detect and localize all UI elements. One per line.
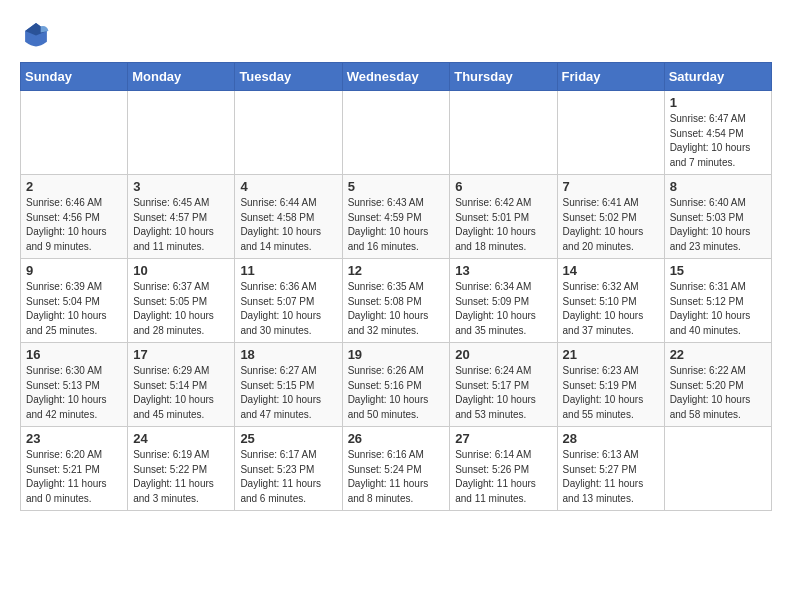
- day-info: Sunrise: 6:30 AM Sunset: 5:13 PM Dayligh…: [26, 364, 122, 422]
- calendar-cell: 23Sunrise: 6:20 AM Sunset: 5:21 PM Dayli…: [21, 427, 128, 511]
- day-of-week-header: Tuesday: [235, 63, 342, 91]
- calendar-table: SundayMondayTuesdayWednesdayThursdayFrid…: [20, 62, 772, 511]
- day-info: Sunrise: 6:26 AM Sunset: 5:16 PM Dayligh…: [348, 364, 445, 422]
- calendar-cell: 27Sunrise: 6:14 AM Sunset: 5:26 PM Dayli…: [450, 427, 557, 511]
- day-number: 11: [240, 263, 336, 278]
- calendar-header-row: SundayMondayTuesdayWednesdayThursdayFrid…: [21, 63, 772, 91]
- calendar-cell: [557, 91, 664, 175]
- calendar-cell: 24Sunrise: 6:19 AM Sunset: 5:22 PM Dayli…: [128, 427, 235, 511]
- day-of-week-header: Friday: [557, 63, 664, 91]
- calendar-cell: 15Sunrise: 6:31 AM Sunset: 5:12 PM Dayli…: [664, 259, 771, 343]
- day-of-week-header: Saturday: [664, 63, 771, 91]
- calendar-cell: [342, 91, 450, 175]
- day-info: Sunrise: 6:16 AM Sunset: 5:24 PM Dayligh…: [348, 448, 445, 506]
- day-info: Sunrise: 6:47 AM Sunset: 4:54 PM Dayligh…: [670, 112, 766, 170]
- day-number: 7: [563, 179, 659, 194]
- day-info: Sunrise: 6:27 AM Sunset: 5:15 PM Dayligh…: [240, 364, 336, 422]
- day-info: Sunrise: 6:24 AM Sunset: 5:17 PM Dayligh…: [455, 364, 551, 422]
- calendar-cell: 7Sunrise: 6:41 AM Sunset: 5:02 PM Daylig…: [557, 175, 664, 259]
- calendar-cell: 18Sunrise: 6:27 AM Sunset: 5:15 PM Dayli…: [235, 343, 342, 427]
- day-number: 4: [240, 179, 336, 194]
- day-info: Sunrise: 6:19 AM Sunset: 5:22 PM Dayligh…: [133, 448, 229, 506]
- day-of-week-header: Monday: [128, 63, 235, 91]
- day-number: 5: [348, 179, 445, 194]
- day-number: 12: [348, 263, 445, 278]
- day-number: 1: [670, 95, 766, 110]
- day-number: 25: [240, 431, 336, 446]
- day-of-week-header: Sunday: [21, 63, 128, 91]
- day-number: 17: [133, 347, 229, 362]
- calendar-cell: 17Sunrise: 6:29 AM Sunset: 5:14 PM Dayli…: [128, 343, 235, 427]
- day-number: 8: [670, 179, 766, 194]
- day-number: 10: [133, 263, 229, 278]
- day-number: 20: [455, 347, 551, 362]
- calendar-cell: 26Sunrise: 6:16 AM Sunset: 5:24 PM Dayli…: [342, 427, 450, 511]
- calendar-week-row: 16Sunrise: 6:30 AM Sunset: 5:13 PM Dayli…: [21, 343, 772, 427]
- calendar-cell: 20Sunrise: 6:24 AM Sunset: 5:17 PM Dayli…: [450, 343, 557, 427]
- day-info: Sunrise: 6:14 AM Sunset: 5:26 PM Dayligh…: [455, 448, 551, 506]
- day-number: 26: [348, 431, 445, 446]
- day-info: Sunrise: 6:20 AM Sunset: 5:21 PM Dayligh…: [26, 448, 122, 506]
- day-info: Sunrise: 6:43 AM Sunset: 4:59 PM Dayligh…: [348, 196, 445, 254]
- day-info: Sunrise: 6:32 AM Sunset: 5:10 PM Dayligh…: [563, 280, 659, 338]
- day-number: 22: [670, 347, 766, 362]
- calendar-cell: 21Sunrise: 6:23 AM Sunset: 5:19 PM Dayli…: [557, 343, 664, 427]
- day-number: 23: [26, 431, 122, 446]
- calendar-week-row: 9Sunrise: 6:39 AM Sunset: 5:04 PM Daylig…: [21, 259, 772, 343]
- calendar-week-row: 2Sunrise: 6:46 AM Sunset: 4:56 PM Daylig…: [21, 175, 772, 259]
- day-info: Sunrise: 6:37 AM Sunset: 5:05 PM Dayligh…: [133, 280, 229, 338]
- calendar-cell: 5Sunrise: 6:43 AM Sunset: 4:59 PM Daylig…: [342, 175, 450, 259]
- calendar-body: 1Sunrise: 6:47 AM Sunset: 4:54 PM Daylig…: [21, 91, 772, 511]
- calendar-cell: 3Sunrise: 6:45 AM Sunset: 4:57 PM Daylig…: [128, 175, 235, 259]
- day-info: Sunrise: 6:35 AM Sunset: 5:08 PM Dayligh…: [348, 280, 445, 338]
- day-number: 28: [563, 431, 659, 446]
- day-info: Sunrise: 6:34 AM Sunset: 5:09 PM Dayligh…: [455, 280, 551, 338]
- calendar-cell: [21, 91, 128, 175]
- day-number: 14: [563, 263, 659, 278]
- day-number: 24: [133, 431, 229, 446]
- day-info: Sunrise: 6:22 AM Sunset: 5:20 PM Dayligh…: [670, 364, 766, 422]
- calendar-cell: 2Sunrise: 6:46 AM Sunset: 4:56 PM Daylig…: [21, 175, 128, 259]
- calendar-cell: 4Sunrise: 6:44 AM Sunset: 4:58 PM Daylig…: [235, 175, 342, 259]
- day-info: Sunrise: 6:45 AM Sunset: 4:57 PM Dayligh…: [133, 196, 229, 254]
- page-header: [20, 20, 772, 52]
- day-info: Sunrise: 6:36 AM Sunset: 5:07 PM Dayligh…: [240, 280, 336, 338]
- day-of-week-header: Wednesday: [342, 63, 450, 91]
- calendar-cell: 28Sunrise: 6:13 AM Sunset: 5:27 PM Dayli…: [557, 427, 664, 511]
- logo: [20, 20, 50, 52]
- day-of-week-header: Thursday: [450, 63, 557, 91]
- day-info: Sunrise: 6:23 AM Sunset: 5:19 PM Dayligh…: [563, 364, 659, 422]
- calendar-cell: 12Sunrise: 6:35 AM Sunset: 5:08 PM Dayli…: [342, 259, 450, 343]
- day-info: Sunrise: 6:40 AM Sunset: 5:03 PM Dayligh…: [670, 196, 766, 254]
- day-info: Sunrise: 6:39 AM Sunset: 5:04 PM Dayligh…: [26, 280, 122, 338]
- day-info: Sunrise: 6:17 AM Sunset: 5:23 PM Dayligh…: [240, 448, 336, 506]
- day-info: Sunrise: 6:46 AM Sunset: 4:56 PM Dayligh…: [26, 196, 122, 254]
- calendar-cell: 8Sunrise: 6:40 AM Sunset: 5:03 PM Daylig…: [664, 175, 771, 259]
- calendar-cell: 11Sunrise: 6:36 AM Sunset: 5:07 PM Dayli…: [235, 259, 342, 343]
- day-info: Sunrise: 6:29 AM Sunset: 5:14 PM Dayligh…: [133, 364, 229, 422]
- calendar-cell: 1Sunrise: 6:47 AM Sunset: 4:54 PM Daylig…: [664, 91, 771, 175]
- day-number: 3: [133, 179, 229, 194]
- calendar-week-row: 23Sunrise: 6:20 AM Sunset: 5:21 PM Dayli…: [21, 427, 772, 511]
- calendar-cell: 13Sunrise: 6:34 AM Sunset: 5:09 PM Dayli…: [450, 259, 557, 343]
- day-number: 21: [563, 347, 659, 362]
- calendar-cell: [664, 427, 771, 511]
- day-number: 16: [26, 347, 122, 362]
- calendar-cell: 16Sunrise: 6:30 AM Sunset: 5:13 PM Dayli…: [21, 343, 128, 427]
- logo-icon: [22, 20, 50, 48]
- day-info: Sunrise: 6:41 AM Sunset: 5:02 PM Dayligh…: [563, 196, 659, 254]
- day-number: 19: [348, 347, 445, 362]
- day-number: 6: [455, 179, 551, 194]
- day-info: Sunrise: 6:44 AM Sunset: 4:58 PM Dayligh…: [240, 196, 336, 254]
- day-number: 15: [670, 263, 766, 278]
- calendar-cell: 10Sunrise: 6:37 AM Sunset: 5:05 PM Dayli…: [128, 259, 235, 343]
- calendar-cell: 25Sunrise: 6:17 AM Sunset: 5:23 PM Dayli…: [235, 427, 342, 511]
- calendar-cell: [235, 91, 342, 175]
- day-number: 13: [455, 263, 551, 278]
- calendar-cell: [128, 91, 235, 175]
- day-number: 18: [240, 347, 336, 362]
- day-number: 2: [26, 179, 122, 194]
- calendar-cell: 9Sunrise: 6:39 AM Sunset: 5:04 PM Daylig…: [21, 259, 128, 343]
- calendar-cell: 22Sunrise: 6:22 AM Sunset: 5:20 PM Dayli…: [664, 343, 771, 427]
- day-number: 27: [455, 431, 551, 446]
